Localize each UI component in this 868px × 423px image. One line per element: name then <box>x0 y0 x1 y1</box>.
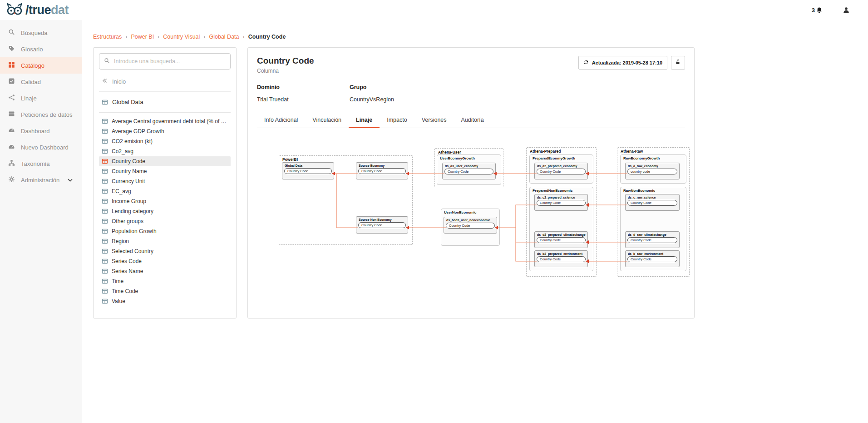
subgroup-label: UserNonEconomic <box>441 209 499 216</box>
sidebar-item-glosario[interactable]: Glosario <box>0 41 82 57</box>
field-pill[interactable]: Country Code <box>358 168 406 174</box>
field-pill[interactable]: Country Code <box>627 200 677 206</box>
lineage-node-ds-bcd3-user-noneconomic[interactable]: ds_bcd3_user_noneconomic Country Code <box>444 217 497 234</box>
list-item[interactable]: Value <box>99 296 231 306</box>
search-input[interactable] <box>114 58 226 65</box>
list-item[interactable]: Average Central government debt total (%… <box>99 116 231 126</box>
list-item[interactable]: Lending category <box>99 206 231 216</box>
list-item-selected[interactable]: Country Code <box>99 156 231 166</box>
breadcrumb-link-powerbi[interactable]: Power BI <box>131 34 163 40</box>
lock-icon <box>675 59 681 66</box>
breadcrumb-link-country-visual[interactable]: Country Visual <box>163 34 209 40</box>
column-icon <box>102 118 108 124</box>
detail-panel: Country Code Columna Actualizada: 2019-0… <box>247 47 695 318</box>
parent-item-global-data[interactable]: Global Data <box>99 92 231 113</box>
list-item[interactable]: Time <box>99 276 231 286</box>
sidebar-item-label: Catálogo <box>21 62 44 69</box>
subgroup-label: RawNonEconomic <box>621 187 686 194</box>
search-icon <box>104 57 110 65</box>
list-item-label: Average Central government debt total (%… <box>112 118 228 124</box>
search-box <box>99 53 231 70</box>
field-pill[interactable]: Country Code <box>537 237 586 243</box>
owl-logo-icon <box>6 2 23 18</box>
list-item[interactable]: CO2 emision (kt) <box>99 136 231 146</box>
lineage-node-ds-d2-prepared-climatechange[interactable]: ds_d2_prepared_climatechange Country Cod… <box>534 231 588 248</box>
list-item[interactable]: Country Name <box>99 166 231 176</box>
list-item[interactable]: Currency Unit <box>99 176 231 186</box>
notifications-button[interactable]: 3 <box>812 7 823 14</box>
field-pill[interactable]: Country Code <box>627 256 677 262</box>
user-menu-icon[interactable] <box>843 6 850 14</box>
list-item[interactable]: Average GDP Growth <box>99 126 231 136</box>
node-title: Source Non Economy <box>356 217 408 222</box>
lineage-node-source-economy[interactable]: Source Economy Country Code <box>356 162 408 179</box>
back-to-inicio[interactable]: Inicio <box>99 70 231 92</box>
column-icon <box>102 228 108 234</box>
sidebar-item-dashboard[interactable]: Dashboard <box>0 123 82 139</box>
list-item[interactable]: Time Code <box>99 286 231 296</box>
breadcrumb-link-global-data[interactable]: Global Data <box>209 34 248 40</box>
truedat-logo[interactable]: /truedat <box>6 2 69 18</box>
list-item[interactable]: Series Name <box>99 266 231 276</box>
lineage-node-global-data[interactable]: Global Data Country Code <box>282 162 334 179</box>
tab-auditoria[interactable]: Auditoría <box>454 113 491 128</box>
check-square-icon <box>8 78 15 86</box>
list-item[interactable]: Other groups <box>99 216 231 226</box>
sidebar-item-nuevo-dashboard[interactable]: Nuevo Dashboard <box>0 139 82 155</box>
column-icon <box>102 128 108 134</box>
list-item[interactable]: Population Growth <box>99 226 231 236</box>
node-title: ds_d2_prepared_climatechange <box>535 232 587 237</box>
lineage-node-ds-a-raw-economy[interactable]: ds_a_raw_economy country code <box>625 163 680 179</box>
sidebar-item-administracion[interactable]: Administración <box>0 172 82 188</box>
lineage-node-ds-a2-prepared-economy[interactable]: ds_a2_prepared_economy Country Code <box>534 163 588 179</box>
sidebar-item-label: Dashboard <box>21 128 50 134</box>
lineage-node-source-non-economy[interactable]: Source Non Economy Country Code <box>356 216 408 234</box>
tab-info-adicional[interactable]: Info Adicional <box>257 113 305 128</box>
field-pill[interactable]: country code <box>627 169 677 174</box>
field-pill[interactable]: Country Code <box>284 168 332 174</box>
tab-impacto[interactable]: Impacto <box>380 113 414 128</box>
sidebar-item-label: Taxonomía <box>21 160 50 167</box>
list-item[interactable]: Series Code <box>99 256 231 266</box>
refresh-button[interactable]: Actualizada: 2019-05-28 17:10 <box>578 56 667 70</box>
field-pill[interactable]: Country Code <box>537 256 586 262</box>
sidebar-item-linaje[interactable]: Linaje <box>0 90 82 106</box>
lineage-node-ds-c2-prepared-science[interactable]: ds_c2_prepared_science Country Code <box>534 194 588 211</box>
node-title: Source Economy <box>356 163 408 168</box>
lock-button[interactable] <box>671 56 685 70</box>
lineage-node-ds-b-raw-environment[interactable]: ds_b_raw_environment Country Code <box>625 250 680 267</box>
sidebar-item-taxonomia[interactable]: Taxonomía <box>0 155 82 172</box>
tab-versiones[interactable]: Versiones <box>414 113 454 128</box>
sidebar-item-catalogo[interactable]: Catálogo <box>0 57 82 74</box>
list-item[interactable]: Selected Country <box>99 246 231 256</box>
tag-icon <box>8 45 15 53</box>
list-item[interactable]: Region <box>99 236 231 246</box>
field-pill[interactable]: Country Code <box>358 222 406 228</box>
field-pill[interactable]: Country Code <box>444 169 493 174</box>
list-item-label: Region <box>112 238 129 244</box>
sidebar-item-busqueda[interactable]: Búsqueda <box>0 25 82 41</box>
sidebar-item-peticiones[interactable]: Peticiones de datos <box>0 106 82 123</box>
list-item-label: Lending category <box>112 208 153 214</box>
list-item[interactable]: Income Group <box>99 196 231 206</box>
lineage-node-ds-d-raw-climatechange[interactable]: ds_d_raw_climatechange Country Code <box>625 231 680 248</box>
gauge-icon <box>8 143 15 151</box>
field-pill[interactable]: Country Code <box>537 200 586 206</box>
tab-linaje[interactable]: Linaje <box>349 113 380 128</box>
lineage-node-ds-a3-user-economy[interactable]: ds_a3_user_economy Country Code <box>442 163 496 179</box>
sidebar-item-calidad[interactable]: Calidad <box>0 74 82 90</box>
gear-icon <box>8 176 15 184</box>
lineage-diagram: PowerBI Athena-User Athena-Prepared Athe… <box>279 147 693 282</box>
lineage-node-ds-c-raw-science[interactable]: ds_c_raw_science Country Code <box>625 194 680 211</box>
tab-vinculacion[interactable]: Vinculación <box>305 113 349 128</box>
field-pill[interactable]: Country Code <box>627 237 677 243</box>
lineage-node-ds-b2-prepared-environment[interactable]: ds_b2_prepared_environment Country Code <box>534 250 588 267</box>
parent-item-label: Global Data <box>112 99 143 105</box>
column-icon <box>102 248 108 254</box>
list-item[interactable]: Co2_avg <box>99 146 231 156</box>
list-item-label: Currency Unit <box>112 178 145 184</box>
breadcrumb-link-estructuras[interactable]: Estructuras <box>93 34 131 40</box>
field-pill[interactable]: Country Code <box>537 169 586 174</box>
list-item[interactable]: EC_avg <box>99 186 231 196</box>
field-pill[interactable]: Country Code <box>446 223 495 229</box>
